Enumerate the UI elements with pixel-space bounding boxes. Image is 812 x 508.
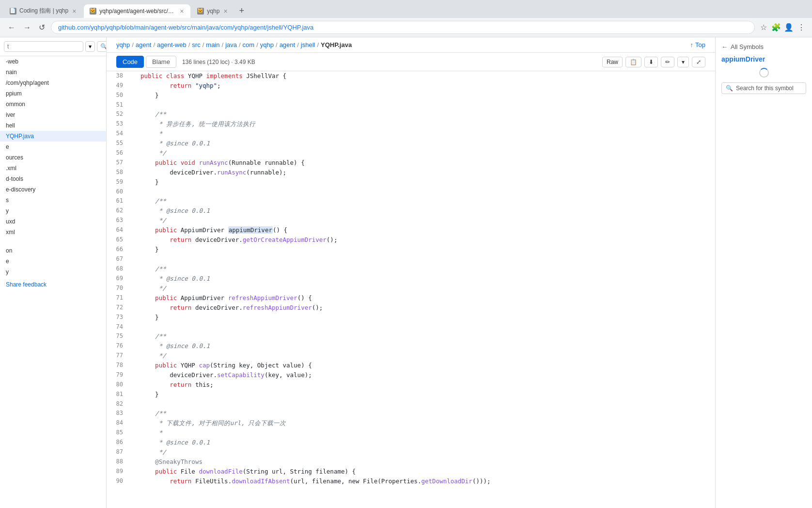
expand-button[interactable]: ⤢ [692, 57, 705, 67]
table-row: 80 return this; [107, 380, 715, 390]
breadcrumb-com[interactable]: com [243, 41, 255, 48]
code-token: } [141, 246, 159, 253]
breadcrumb-agent-web[interactable]: agent-web [157, 41, 187, 48]
code-token: downloadFile [199, 468, 242, 475]
tab1-close[interactable]: × [71, 7, 77, 15]
copy-button[interactable]: 📋 [625, 57, 641, 67]
line-code: * @since 0.0.1 [131, 341, 715, 351]
download-button[interactable]: ⬇ [644, 57, 658, 67]
sidebar-item-xml2[interactable]: xml [0, 227, 106, 238]
tab-coding[interactable]: 📄 Coding 指南 | yqhp × [4, 4, 83, 18]
breadcrumb-yqhp[interactable]: yqhp [116, 41, 130, 48]
table-row: 88 @SneakyThrows [107, 457, 715, 467]
line-number: 85 [107, 428, 131, 438]
breadcrumb-src[interactable]: src [192, 41, 200, 48]
blame-tab[interactable]: Blame [146, 56, 176, 68]
code-token: (String key, Object value) { [210, 362, 312, 369]
sidebar-item-common[interactable]: ommon [0, 99, 106, 110]
sidebar-item-path[interactable]: /com/yqhp/agent [0, 78, 106, 88]
account-icon[interactable]: 👤 [784, 23, 794, 32]
code-token: * @since 0.0.1 [141, 207, 210, 214]
sidebar-item-xml[interactable]: .xml [0, 163, 106, 174]
breadcrumb-agent[interactable]: agent [136, 41, 152, 48]
breadcrumb-java[interactable]: java [225, 41, 237, 48]
line-code [131, 187, 715, 196]
breadcrumb-agent2[interactable]: agent [280, 41, 296, 48]
sidebar-item-shell[interactable]: hell [0, 120, 106, 131]
sidebar-item-main[interactable]: nain [0, 67, 106, 78]
sidebar-item-service-discovery[interactable]: e-discovery [0, 184, 106, 195]
sidebar-search-area: ▾ 🔍 [0, 37, 106, 56]
symbol-search[interactable]: 🔍 Search for this symbol [721, 82, 806, 94]
code-token: */ [141, 217, 166, 224]
back-arrow-icon: ← [721, 43, 728, 50]
sidebar-item-appium[interactable]: ppium [0, 88, 106, 99]
sidebar-item-e2[interactable]: e [0, 256, 106, 267]
line-number: 53 [107, 119, 131, 129]
line-number: 77 [107, 351, 131, 361]
new-tab-button[interactable]: + [235, 4, 249, 18]
code-token: AppiumDriver [177, 294, 228, 302]
sidebar-search-dropdown[interactable]: ▾ [85, 41, 95, 52]
sep10: / [317, 41, 319, 48]
tab1-title: Coding 指南 | yqhp [19, 7, 68, 15]
sidebar-search-go[interactable]: 🔍 [97, 41, 107, 52]
menu-icon[interactable]: ⋮ [796, 23, 806, 32]
forward-button[interactable]: → [21, 21, 33, 34]
code-tab[interactable]: Code [116, 56, 144, 68]
tab-github-file[interactable]: 🐱 yqhp/agent/agent-web/src/ma... × [84, 4, 190, 18]
sidebar-search-input[interactable] [4, 41, 83, 52]
code-token: refreshAppiumDriver [228, 294, 297, 302]
sidebar-item-build-tools[interactable]: d-tools [0, 174, 106, 184]
table-row: 79 deviceDriver.setCapability(key, value… [107, 370, 715, 380]
sidebar-item-e[interactable]: e [0, 142, 106, 152]
tab3-close[interactable]: × [222, 7, 228, 15]
breadcrumb-main[interactable]: main [206, 41, 219, 48]
sidebar-item-web[interactable]: -web [0, 56, 106, 67]
code-token: (); [327, 236, 338, 243]
breadcrumb-yqhp2[interactable]: yqhp [260, 41, 274, 48]
sep4: / [203, 41, 204, 48]
sep9: / [297, 41, 299, 48]
raw-button[interactable]: Raw [602, 57, 623, 67]
code-token: public [155, 159, 177, 166]
line-code: * [131, 129, 715, 139]
edit-button[interactable]: ✏ [661, 57, 674, 67]
code-token: */ [141, 448, 166, 456]
sidebar-item-uxd[interactable]: uxd [0, 216, 106, 227]
code-tabs: Code Blame [116, 56, 176, 68]
sidebar-item-yqhp-java[interactable]: YQHP.java [0, 131, 106, 142]
sidebar-item-resources[interactable]: ources [0, 152, 106, 163]
bookmark-icon[interactable]: ☆ [759, 23, 768, 32]
back-button[interactable]: ← [6, 21, 17, 34]
code-toolbar: Code Blame 136 lines (120 loc) · 3.49 KB… [107, 53, 715, 71]
line-number: 59 [107, 177, 131, 187]
sidebar-item-s[interactable]: s [0, 195, 106, 206]
all-symbols-header[interactable]: ← All Symbols [721, 43, 806, 50]
address-bar[interactable] [51, 21, 755, 34]
code-container[interactable]: 38public class YQHP implements JShellVar… [107, 71, 715, 508]
extensions-icon[interactable]: 🧩 [771, 23, 781, 32]
tab2-close[interactable]: × [179, 7, 185, 15]
line-code: /** [131, 409, 715, 418]
sidebar: ▾ 🔍 -web nain /com/yqhp/agent ppium ommo… [0, 37, 107, 508]
line-code: return deviceDriver.refreshAppiumDriver(… [131, 303, 715, 313]
code-token: * @since 0.0.1 [141, 342, 210, 349]
sidebar-item-on[interactable]: on [0, 245, 106, 256]
top-link[interactable]: ↑ Top [690, 41, 705, 48]
code-token: "yqhp" [191, 82, 217, 89]
share-feedback-link[interactable]: Share feedback [0, 277, 106, 292]
table-row: 75 /** [107, 332, 715, 341]
breadcrumb-jshell[interactable]: jshell [301, 41, 315, 48]
sidebar-item-y[interactable]: y [0, 206, 106, 216]
code-token: public [155, 226, 177, 234]
more-button[interactable]: ▾ [677, 57, 689, 67]
tab-yqhp[interactable]: 🐱 yqhp × [191, 4, 234, 18]
table-row: 56 */ [107, 148, 715, 158]
sidebar-item-driver[interactable]: iver [0, 110, 106, 120]
sep8: / [276, 41, 278, 48]
code-token [141, 477, 170, 485]
line-number: 87 [107, 447, 131, 457]
reload-button[interactable]: ↺ [37, 21, 47, 34]
sidebar-item-y2[interactable]: y [0, 267, 106, 277]
